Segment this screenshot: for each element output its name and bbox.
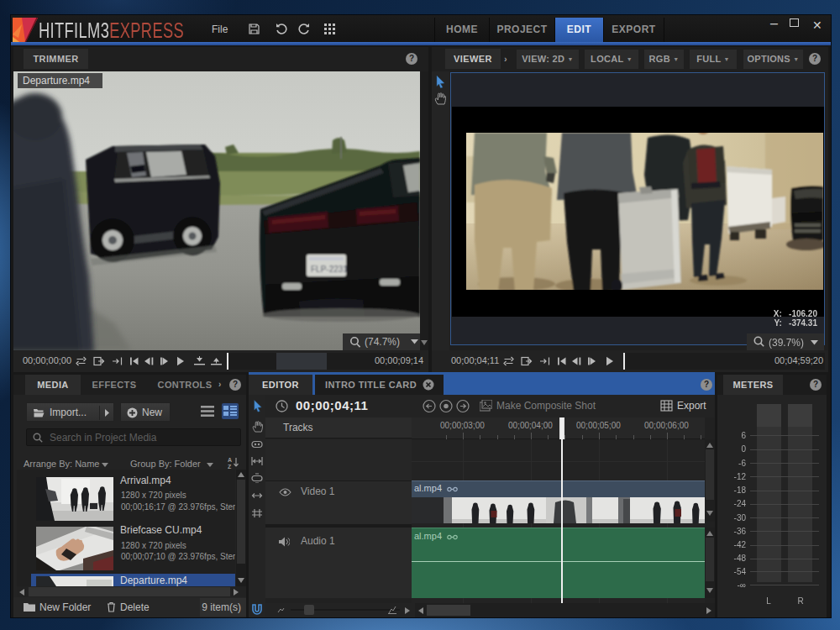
svg-text:0: 0 [741,444,746,454]
svg-text:Departure.mp4: Departure.mp4 [23,75,90,87]
svg-text:-12: -12 [734,472,747,481]
svg-text:-6: -6 [738,459,746,468]
svg-text:-18: -18 [734,486,747,495]
svg-text:-36: -36 [734,527,747,536]
svg-text:L: L [766,596,771,606]
svg-text:FLP-2231: FLP-2231 [311,265,348,274]
svg-text:A: A [228,457,232,463]
svg-text:(74.7%): (74.7%) [365,336,400,348]
svg-text:6: 6 [741,431,746,440]
svg-text:-48: -48 [734,554,747,563]
svg-text:-24: -24 [734,499,747,508]
svg-text:Z: Z [228,464,232,470]
svg-text:-42: -42 [734,540,747,549]
svg-text:R: R [797,596,803,606]
svg-text:-∞: -∞ [738,580,746,590]
svg-text:-54: -54 [734,567,747,576]
svg-text:-30: -30 [734,513,747,522]
